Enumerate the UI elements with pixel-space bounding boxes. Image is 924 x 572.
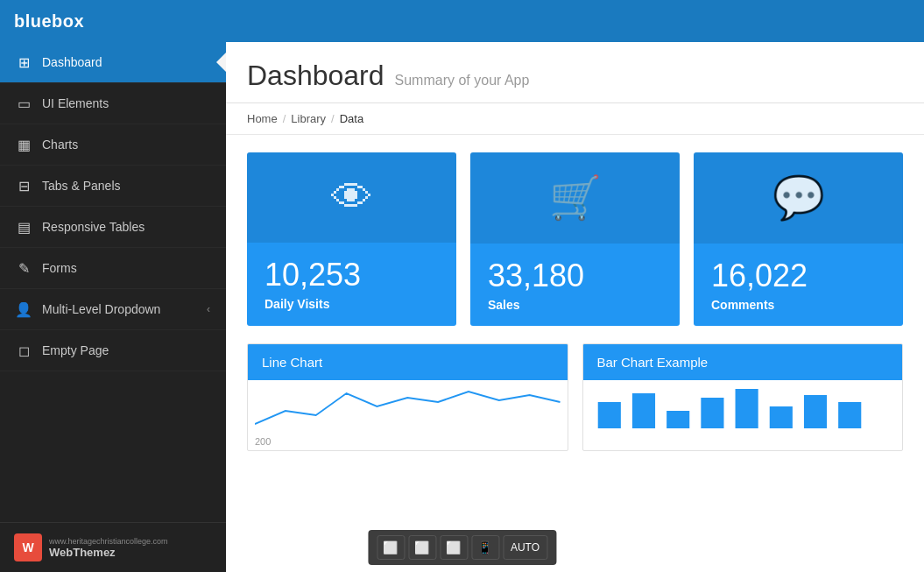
line-chart-svg [255,385,561,428]
stat-card-icon-area-sales: 🛒 [470,152,680,244]
brand-subtitle: www.heritagechristiancollege.com [49,537,168,546]
bar-chart-header[interactable]: Bar Chart Example [583,344,903,380]
sidebar-item-charts[interactable]: ▦ Charts [0,124,226,166]
sidebar: ⊞ Dashboard ▭ UI Elements ▦ Charts ⊟ Tab… [0,42,226,572]
svg-rect-5 [769,406,792,428]
svg-rect-4 [735,389,758,428]
stat-card-body-sales: 33,180 Sales [470,244,680,326]
top-bar: bluebox [0,0,924,42]
toolbar-btn-tablet-portrait[interactable]: ⬜ [440,535,468,560]
brand-text: www.heritagechristiancollege.com WebThem… [49,537,168,559]
stat-number-daily-visits: 10,253 [265,257,439,293]
stat-card-daily-visits[interactable]: 👁 10,253 Daily Visits [247,152,456,326]
chart-card-line: Line Chart 200 [247,343,568,451]
page-subtitle: Summary of your App [395,73,530,88]
sidebar-item-dashboard[interactable]: ⊞ Dashboard [0,42,226,83]
stat-number-sales: 33,180 [488,258,662,294]
forms-icon: ✎ [16,260,32,276]
breadcrumb-sep-1: / [283,112,286,125]
stat-card-sales[interactable]: 🛒 33,180 Sales [470,152,680,326]
svg-rect-6 [803,395,826,428]
toolbar-btn-mobile[interactable]: 📱 [471,535,499,560]
page-header: Dashboard Summary of your App [226,42,924,103]
tabs-panels-icon: ⊟ [16,178,32,194]
stat-card-icon-area-comments: 💬 [694,152,903,244]
chart-card-bar: Bar Chart Example [582,343,904,451]
bottom-toolbar: ⬜ ⬜ ⬜ 📱 AUTO [368,530,556,565]
svg-rect-7 [838,402,861,428]
responsive-tables-icon: ▤ [16,219,32,235]
brand-name: WebThemez [49,546,168,559]
breadcrumb-home[interactable]: Home [247,112,278,125]
toolbar-btn-tablet-landscape[interactable]: ⬜ [408,535,436,560]
sidebar-footer-logo: W www.heritagechristiancollege.com WebTh… [14,533,168,561]
stat-label-sales: Sales [488,298,662,312]
svg-rect-1 [631,393,654,428]
chat-icon: 💬 [772,173,825,222]
sidebar-item-multi-level-dropdown[interactable]: 👤 Multi-Level Dropdown ‹ [0,289,226,330]
line-chart-header[interactable]: Line Chart [248,344,568,380]
breadcrumb-sep-2: / [331,112,335,125]
breadcrumb-current: Data [340,112,363,125]
empty-page-icon: ◻ [16,342,32,358]
line-chart-body [248,380,568,433]
charts-row: Line Chart 200 Bar Chart Example [226,343,924,465]
stat-label-daily-visits: Daily Visits [265,297,439,311]
brand-icon: W [14,533,42,561]
toolbar-btn-desktop[interactable]: ⬜ [377,535,405,560]
stat-card-icon-area-daily-visits: 👁 [247,152,456,243]
stats-row: 👁 10,253 Daily Visits 🛒 33,180 Sales [226,135,924,343]
sidebar-label-charts: Charts [42,138,210,152]
main-layout: ⊞ Dashboard ▭ UI Elements ▦ Charts ⊟ Tab… [0,42,924,572]
svg-rect-0 [597,402,620,428]
sidebar-nav: ⊞ Dashboard ▭ UI Elements ▦ Charts ⊟ Tab… [0,42,226,522]
bar-chart-svg [590,385,896,428]
svg-rect-2 [667,411,689,428]
bar-chart-body [583,380,903,433]
sidebar-item-responsive-tables[interactable]: ▤ Responsive Tables [0,207,226,248]
svg-rect-3 [701,398,723,428]
page-title-row: Dashboard Summary of your App [247,60,903,92]
sidebar-label-ui-elements: UI Elements [42,96,210,110]
sidebar-label-multi-level-dropdown: Multi-Level Dropdown [42,302,196,316]
page-title: Dashboard [247,60,384,92]
app-title: bluebox [14,11,84,32]
cart-icon: 🛒 [549,173,602,222]
sidebar-label-forms: Forms [42,261,210,275]
breadcrumb-library[interactable]: Library [291,112,326,125]
eye-icon: 👁 [331,173,373,222]
ui-elements-icon: ▭ [16,95,32,111]
stat-card-body-comments: 16,022 Comments [694,244,903,326]
sidebar-item-forms[interactable]: ✎ Forms [0,248,226,289]
stat-label-comments: Comments [711,298,885,312]
toolbar-auto-btn[interactable]: AUTO [503,535,547,560]
sidebar-label-tabs-panels: Tabs & Panels [42,179,210,193]
breadcrumb: Home / Library / Data [226,103,924,135]
chevron-icon: ‹ [207,303,210,315]
stat-number-comments: 16,022 [711,258,885,294]
sidebar-item-ui-elements[interactable]: ▭ UI Elements [0,83,226,124]
multi-level-dropdown-icon: 👤 [16,301,32,317]
sidebar-item-tabs-panels[interactable]: ⊟ Tabs & Panels [0,166,226,207]
sidebar-label-dashboard: Dashboard [42,55,210,69]
sidebar-footer: W www.heritagechristiancollege.com WebTh… [0,522,226,572]
content-area: Dashboard Summary of your App Home / Lib… [226,42,924,572]
charts-icon: ▦ [16,137,32,152]
stat-card-comments[interactable]: 💬 16,022 Comments [694,152,903,326]
sidebar-label-responsive-tables: Responsive Tables [42,220,210,234]
sidebar-item-empty-page[interactable]: ◻ Empty Page [0,330,226,371]
line-chart-axis: 200 [248,433,568,450]
stat-card-body-daily-visits: 10,253 Daily Visits [247,243,456,325]
dashboard-icon: ⊞ [16,54,32,70]
sidebar-label-empty-page: Empty Page [42,343,210,357]
